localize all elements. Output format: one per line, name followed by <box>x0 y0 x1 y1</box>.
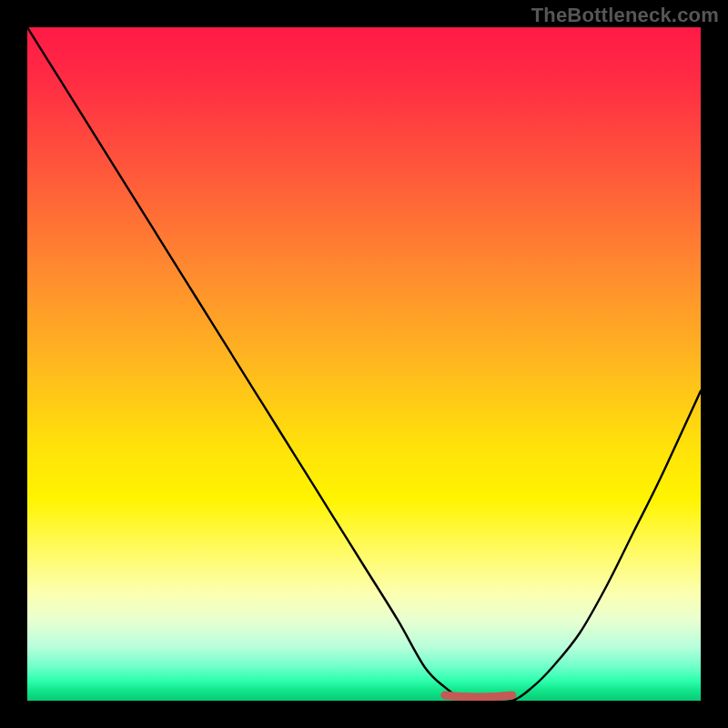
plot-area <box>27 27 701 701</box>
chart-frame: TheBottleneck.com <box>0 0 728 728</box>
bottleneck-curve <box>27 27 701 701</box>
watermark-label: TheBottleneck.com <box>531 4 719 27</box>
